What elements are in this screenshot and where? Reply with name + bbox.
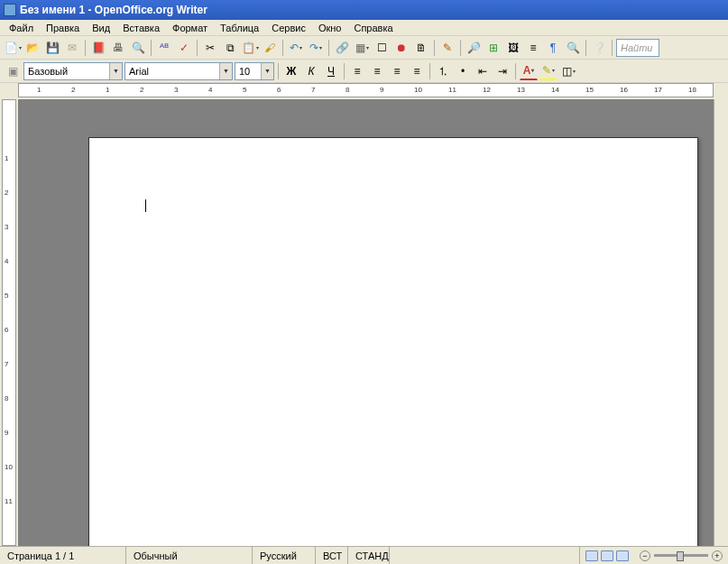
zoom-slider: − + xyxy=(634,550,728,561)
ruler-tick: 2 xyxy=(5,189,8,197)
menu-tools[interactable]: Сервис xyxy=(266,22,311,34)
underline-button[interactable]: Ч xyxy=(322,62,340,80)
help-button[interactable]: ❔ xyxy=(590,39,608,57)
status-bar: Страница 1 / 1 Обычный Русский ВСТ СТАНД… xyxy=(0,546,728,564)
ruler-tick: 9 xyxy=(5,429,8,437)
vertical-scrollbar[interactable] xyxy=(714,99,728,546)
draw-button[interactable]: ✎ xyxy=(438,39,456,57)
align-center-button[interactable]: ≡ xyxy=(368,62,386,80)
horizontal-ruler[interactable]: 12123456789101112131415161718 xyxy=(18,83,714,97)
status-language[interactable]: Русский xyxy=(253,547,316,564)
zoom-out-button[interactable]: − xyxy=(640,550,650,561)
align-justify-button[interactable]: ≡ xyxy=(408,62,426,80)
view-single-page-button[interactable] xyxy=(585,550,598,561)
styles-button[interactable]: ▣ xyxy=(4,62,22,80)
view-multi-page-button[interactable] xyxy=(601,550,613,561)
navigator-button[interactable]: ⊞ xyxy=(484,39,502,57)
page[interactable] xyxy=(88,137,698,546)
status-spacer xyxy=(390,547,580,564)
bg-color-button[interactable]: ◫ xyxy=(559,62,577,80)
format-paintbrush-button[interactable]: 🖌 xyxy=(261,39,279,57)
mail-button[interactable]: ✉ xyxy=(63,39,81,57)
zoom-in-button[interactable]: + xyxy=(712,550,723,561)
find-button[interactable]: 🔎 xyxy=(465,39,483,57)
dropdown-arrow-icon: ▼ xyxy=(219,63,232,79)
open-button[interactable]: 📂 xyxy=(23,39,41,57)
gallery-button[interactable]: 🖼 xyxy=(504,39,522,57)
separator xyxy=(344,63,345,79)
bullet-list-button[interactable]: • xyxy=(454,62,472,80)
ruler-tick: 1 xyxy=(5,154,8,162)
decrease-indent-button[interactable]: ⇤ xyxy=(474,62,492,80)
preview-button[interactable]: 🔍 xyxy=(129,39,147,57)
align-left-button[interactable]: ≡ xyxy=(348,62,366,80)
view-book-button[interactable] xyxy=(616,550,629,561)
paragraph-style-combo[interactable]: Базовый ▼ xyxy=(23,62,123,80)
numbered-list-button[interactable]: ⒈ xyxy=(434,62,452,80)
pdf-export-button[interactable]: 📕 xyxy=(89,39,107,57)
doc-button[interactable]: 🗎 xyxy=(412,39,430,57)
datasource-button[interactable]: ≡ xyxy=(524,39,542,57)
nonprint-button[interactable]: ¶ xyxy=(544,39,562,57)
bold-button[interactable]: Ж xyxy=(282,62,300,80)
separator xyxy=(434,40,435,56)
status-insert-mode[interactable]: ВСТ xyxy=(316,547,348,564)
menu-window[interactable]: Окно xyxy=(313,22,347,34)
form-button[interactable]: ☐ xyxy=(373,39,391,57)
ruler-tick: 18 xyxy=(688,86,696,94)
work-area: 1234567891011 xyxy=(0,99,728,546)
spellcheck-button[interactable]: ᴬᴮ xyxy=(155,39,173,57)
status-selection-mode[interactable]: СТАНД xyxy=(348,547,390,564)
ruler-corner xyxy=(0,83,18,99)
ruler-tick: 3 xyxy=(174,86,178,94)
zoom-slider-track[interactable] xyxy=(654,554,708,557)
status-style[interactable]: Обычный xyxy=(126,547,253,564)
align-right-button[interactable]: ≡ xyxy=(388,62,406,80)
increase-indent-button[interactable]: ⇥ xyxy=(493,62,511,80)
paste-button[interactable]: 📋 xyxy=(241,39,259,57)
ruler-tick: 10 xyxy=(414,86,422,94)
copy-button[interactable]: ⧉ xyxy=(221,39,239,57)
italic-button[interactable]: К xyxy=(302,62,320,80)
menu-table[interactable]: Таблица xyxy=(215,22,264,34)
new-button[interactable]: 📄 xyxy=(4,39,22,57)
ruler-tick: 4 xyxy=(5,257,8,265)
font-color-button[interactable]: A xyxy=(520,62,538,80)
save-button[interactable]: 💾 xyxy=(43,39,61,57)
highlight-button[interactable]: ✎ xyxy=(539,62,558,80)
menu-insert[interactable]: Вставка xyxy=(117,22,165,34)
record-button[interactable]: ⏺ xyxy=(392,39,410,57)
autospell-button[interactable]: ✓ xyxy=(175,39,193,57)
separator xyxy=(515,63,516,79)
ruler-tick: 10 xyxy=(5,463,13,471)
menu-format[interactable]: Формат xyxy=(167,22,213,34)
horizontal-ruler-row: 12123456789101112131415161718 xyxy=(0,83,728,99)
menu-edit[interactable]: Правка xyxy=(41,22,85,34)
ruler-corner xyxy=(714,83,728,99)
undo-button[interactable]: ↶ xyxy=(287,39,305,57)
cut-button[interactable]: ✂ xyxy=(201,39,219,57)
ruler-tick: 2 xyxy=(140,86,143,94)
table-button[interactable]: ▦ xyxy=(353,39,371,57)
vertical-ruler[interactable]: 1234567891011 xyxy=(2,99,16,546)
font-size-combo[interactable]: 10 ▼ xyxy=(235,62,274,80)
status-page[interactable]: Страница 1 / 1 xyxy=(0,547,126,564)
redo-button[interactable]: ↷ xyxy=(307,39,325,57)
ruler-tick: 15 xyxy=(585,86,594,94)
print-button[interactable]: 🖶 xyxy=(109,39,127,57)
standard-toolbar: 📄 📂 💾 ✉ 📕 🖶 🔍 ᴬᴮ ✓ ✂ ⧉ 📋 🖌 ↶ ↷ 🔗 ▦ ☐ ⏺ 🗎… xyxy=(0,36,728,60)
dropdown-arrow-icon: ▼ xyxy=(109,63,122,79)
menu-help[interactable]: Справка xyxy=(348,22,398,34)
menu-file[interactable]: Файл xyxy=(4,22,39,34)
document-view[interactable] xyxy=(18,99,714,546)
app-icon xyxy=(4,4,16,16)
menu-view[interactable]: Вид xyxy=(87,22,115,34)
font-name-combo[interactable]: Arial ▼ xyxy=(124,62,233,80)
zoom-button[interactable]: 🔍 xyxy=(564,39,582,57)
hyperlink-button[interactable]: 🔗 xyxy=(333,39,351,57)
dropdown-arrow-icon: ▼ xyxy=(261,63,273,79)
find-input[interactable]: Найти xyxy=(616,39,659,57)
separator xyxy=(429,63,430,79)
ruler-tick: 1 xyxy=(106,86,109,94)
ruler-tick: 5 xyxy=(5,291,8,300)
